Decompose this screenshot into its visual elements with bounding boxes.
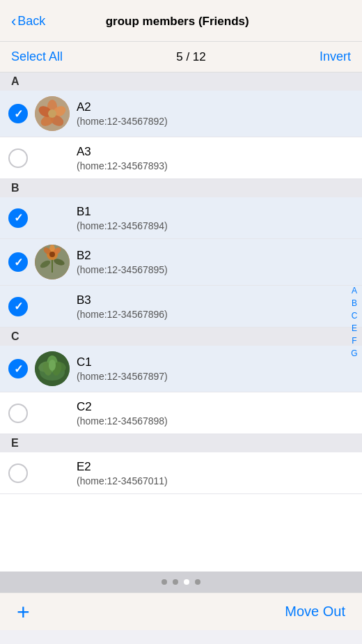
side-index-letter-e[interactable]: E <box>352 324 357 332</box>
side-index-letter-g[interactable]: G <box>351 349 357 358</box>
contact-list: A A2(home:12-34567892)A3(home:12-3456789… <box>0 72 362 572</box>
side-index-letter-a[interactable]: A <box>352 286 357 295</box>
contact-name: A3 <box>77 145 168 159</box>
contact-info: A3(home:12-34567893) <box>77 145 168 171</box>
svg-point-23 <box>49 360 56 371</box>
side-index: ABCEFG <box>347 72 362 572</box>
selection-count: 5 / 12 <box>63 50 320 64</box>
side-index-letter-b[interactable]: B <box>352 299 357 307</box>
contact-info: C2(home:12-34567898) <box>77 400 168 427</box>
svg-point-6 <box>48 109 56 118</box>
header: ‹ Back group members (Friends) <box>0 0 362 42</box>
section-header-c: C <box>0 328 362 346</box>
contact-row[interactable]: B3(home:12-34567896) <box>0 286 362 328</box>
contact-checkbox[interactable] <box>8 297 28 316</box>
contact-info: B1(home:12-34567894) <box>77 205 168 231</box>
page-title: group members (Friends) <box>3 15 351 29</box>
contact-phone: (home:12-34567011) <box>77 475 168 486</box>
contact-checkbox[interactable] <box>8 104 28 123</box>
contact-name: A2 <box>77 100 168 114</box>
contact-phone: (home:12-34567894) <box>77 220 168 231</box>
section-header-a: A <box>0 72 362 91</box>
section-header-b: B <box>0 179 362 197</box>
contact-phone: (home:12-34567893) <box>77 160 168 171</box>
contact-checkbox[interactable] <box>8 463 28 483</box>
contact-checkbox[interactable] <box>8 252 28 272</box>
contact-row[interactable]: C1(home:12-34567897) <box>0 346 362 392</box>
avatar <box>35 245 70 279</box>
add-button[interactable]: + <box>17 601 30 623</box>
contact-info: E2(home:12-34567011) <box>77 460 168 486</box>
page-dots <box>0 572 362 592</box>
contact-checkbox[interactable] <box>8 359 28 378</box>
contact-info: A2(home:12-34567892) <box>77 100 168 127</box>
contact-row[interactable]: A2(home:12-34567892) <box>0 91 362 137</box>
avatar <box>35 96 70 131</box>
page-dot-1[interactable] <box>173 579 178 585</box>
contact-phone: (home:12-34567896) <box>77 309 168 320</box>
contact-row[interactable]: E2(home:12-34567011) <box>0 452 362 494</box>
move-out-button[interactable]: Move Out <box>285 604 345 620</box>
contact-phone: (home:12-34567898) <box>77 415 168 427</box>
bottom-bar: + Move Out <box>0 592 362 630</box>
contact-name: B2 <box>77 249 168 263</box>
contact-name: B1 <box>77 205 168 219</box>
contact-name: C2 <box>77 400 168 414</box>
contact-name: B3 <box>77 293 168 307</box>
avatar <box>35 351 70 386</box>
side-index-letter-c[interactable]: C <box>352 312 358 320</box>
contact-checkbox[interactable] <box>8 404 28 423</box>
contact-row[interactable]: B2(home:12-34567895) <box>0 239 362 286</box>
side-index-letter-f[interactable]: F <box>352 337 356 345</box>
contact-row[interactable]: B1(home:12-34567894) <box>0 197 362 239</box>
contact-checkbox[interactable] <box>8 148 28 168</box>
contact-name: C1 <box>77 355 168 369</box>
select-all-button[interactable]: Select All <box>11 49 63 64</box>
contact-info: C1(home:12-34567897) <box>77 355 168 382</box>
contact-row[interactable]: A3(home:12-34567893) <box>0 137 362 179</box>
contact-row[interactable]: C2(home:12-34567898) <box>0 392 362 434</box>
svg-point-15 <box>49 252 55 257</box>
section-header-e: E <box>0 434 362 452</box>
page-dot-0[interactable] <box>162 579 167 585</box>
page-dot-3[interactable] <box>195 579 200 585</box>
contact-phone: (home:12-34567897) <box>77 371 168 382</box>
page-dot-2[interactable] <box>184 579 189 585</box>
contact-name: E2 <box>77 460 168 474</box>
toolbar: Select All 5 / 12 Invert <box>0 42 362 72</box>
invert-button[interactable]: Invert <box>320 49 351 64</box>
contact-info: B3(home:12-34567896) <box>77 293 168 320</box>
contact-checkbox[interactable] <box>8 208 28 228</box>
contact-phone: (home:12-34567892) <box>77 116 168 127</box>
contact-phone: (home:12-34567895) <box>77 264 168 275</box>
contact-info: B2(home:12-34567895) <box>77 249 168 275</box>
